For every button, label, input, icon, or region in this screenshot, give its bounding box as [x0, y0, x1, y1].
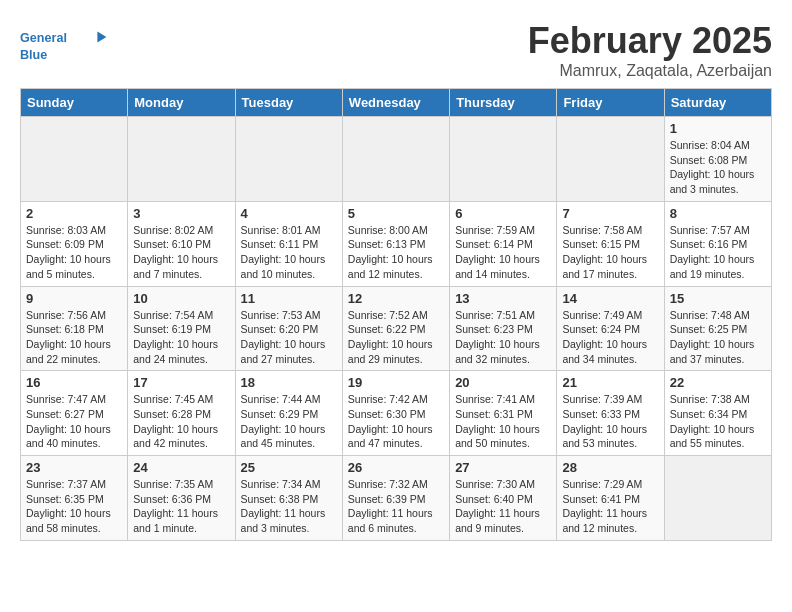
calendar-cell: 6Sunrise: 7:59 AM Sunset: 6:14 PM Daylig…	[450, 201, 557, 286]
calendar-cell: 13Sunrise: 7:51 AM Sunset: 6:23 PM Dayli…	[450, 286, 557, 371]
calendar-cell: 24Sunrise: 7:35 AM Sunset: 6:36 PM Dayli…	[128, 456, 235, 541]
calendar-cell: 23Sunrise: 7:37 AM Sunset: 6:35 PM Dayli…	[21, 456, 128, 541]
calendar-cell: 4Sunrise: 8:01 AM Sunset: 6:11 PM Daylig…	[235, 201, 342, 286]
calendar-cell: 9Sunrise: 7:56 AM Sunset: 6:18 PM Daylig…	[21, 286, 128, 371]
calendar-cell: 20Sunrise: 7:41 AM Sunset: 6:31 PM Dayli…	[450, 371, 557, 456]
day-info: Sunrise: 7:52 AM Sunset: 6:22 PM Dayligh…	[348, 308, 444, 367]
day-info: Sunrise: 7:58 AM Sunset: 6:15 PM Dayligh…	[562, 223, 658, 282]
day-number: 18	[241, 375, 337, 390]
calendar-header-row: SundayMondayTuesdayWednesdayThursdayFrid…	[21, 89, 772, 117]
calendar-cell: 26Sunrise: 7:32 AM Sunset: 6:39 PM Dayli…	[342, 456, 449, 541]
calendar-cell: 17Sunrise: 7:45 AM Sunset: 6:28 PM Dayli…	[128, 371, 235, 456]
calendar-cell	[342, 117, 449, 202]
calendar-cell: 27Sunrise: 7:30 AM Sunset: 6:40 PM Dayli…	[450, 456, 557, 541]
svg-marker-1	[97, 32, 106, 43]
day-number: 6	[455, 206, 551, 221]
day-number: 1	[670, 121, 766, 136]
day-info: Sunrise: 8:03 AM Sunset: 6:09 PM Dayligh…	[26, 223, 122, 282]
calendar-cell	[450, 117, 557, 202]
calendar-cell: 18Sunrise: 7:44 AM Sunset: 6:29 PM Dayli…	[235, 371, 342, 456]
day-info: Sunrise: 7:54 AM Sunset: 6:19 PM Dayligh…	[133, 308, 229, 367]
day-number: 9	[26, 291, 122, 306]
day-info: Sunrise: 7:35 AM Sunset: 6:36 PM Dayligh…	[133, 477, 229, 536]
day-number: 2	[26, 206, 122, 221]
calendar-cell: 3Sunrise: 8:02 AM Sunset: 6:10 PM Daylig…	[128, 201, 235, 286]
day-info: Sunrise: 7:45 AM Sunset: 6:28 PM Dayligh…	[133, 392, 229, 451]
day-info: Sunrise: 7:30 AM Sunset: 6:40 PM Dayligh…	[455, 477, 551, 536]
page-subtitle: Mamrux, Zaqatala, Azerbaijan	[528, 62, 772, 80]
day-number: 17	[133, 375, 229, 390]
calendar-cell: 11Sunrise: 7:53 AM Sunset: 6:20 PM Dayli…	[235, 286, 342, 371]
day-number: 21	[562, 375, 658, 390]
day-number: 7	[562, 206, 658, 221]
day-info: Sunrise: 8:00 AM Sunset: 6:13 PM Dayligh…	[348, 223, 444, 282]
calendar-cell: 10Sunrise: 7:54 AM Sunset: 6:19 PM Dayli…	[128, 286, 235, 371]
day-info: Sunrise: 7:59 AM Sunset: 6:14 PM Dayligh…	[455, 223, 551, 282]
title-section: February 2025 Mamrux, Zaqatala, Azerbaij…	[528, 20, 772, 80]
day-info: Sunrise: 7:38 AM Sunset: 6:34 PM Dayligh…	[670, 392, 766, 451]
day-info: Sunrise: 7:57 AM Sunset: 6:16 PM Dayligh…	[670, 223, 766, 282]
day-number: 12	[348, 291, 444, 306]
calendar-cell	[21, 117, 128, 202]
calendar-week-5: 23Sunrise: 7:37 AM Sunset: 6:35 PM Dayli…	[21, 456, 772, 541]
calendar-table: SundayMondayTuesdayWednesdayThursdayFrid…	[20, 88, 772, 541]
day-number: 27	[455, 460, 551, 475]
day-number: 14	[562, 291, 658, 306]
day-number: 28	[562, 460, 658, 475]
day-number: 11	[241, 291, 337, 306]
day-info: Sunrise: 7:29 AM Sunset: 6:41 PM Dayligh…	[562, 477, 658, 536]
day-number: 5	[348, 206, 444, 221]
calendar-cell: 22Sunrise: 7:38 AM Sunset: 6:34 PM Dayli…	[664, 371, 771, 456]
day-info: Sunrise: 7:47 AM Sunset: 6:27 PM Dayligh…	[26, 392, 122, 451]
svg-text:General: General	[20, 31, 67, 45]
day-info: Sunrise: 7:32 AM Sunset: 6:39 PM Dayligh…	[348, 477, 444, 536]
calendar-cell: 15Sunrise: 7:48 AM Sunset: 6:25 PM Dayli…	[664, 286, 771, 371]
day-info: Sunrise: 7:48 AM Sunset: 6:25 PM Dayligh…	[670, 308, 766, 367]
day-info: Sunrise: 8:04 AM Sunset: 6:08 PM Dayligh…	[670, 138, 766, 197]
calendar-cell	[664, 456, 771, 541]
day-info: Sunrise: 7:44 AM Sunset: 6:29 PM Dayligh…	[241, 392, 337, 451]
day-info: Sunrise: 7:37 AM Sunset: 6:35 PM Dayligh…	[26, 477, 122, 536]
day-info: Sunrise: 7:49 AM Sunset: 6:24 PM Dayligh…	[562, 308, 658, 367]
day-info: Sunrise: 7:51 AM Sunset: 6:23 PM Dayligh…	[455, 308, 551, 367]
day-info: Sunrise: 7:56 AM Sunset: 6:18 PM Dayligh…	[26, 308, 122, 367]
calendar-cell: 12Sunrise: 7:52 AM Sunset: 6:22 PM Dayli…	[342, 286, 449, 371]
day-number: 22	[670, 375, 766, 390]
weekday-header-saturday: Saturday	[664, 89, 771, 117]
day-number: 4	[241, 206, 337, 221]
day-number: 24	[133, 460, 229, 475]
calendar-week-2: 2Sunrise: 8:03 AM Sunset: 6:09 PM Daylig…	[21, 201, 772, 286]
calendar-cell: 8Sunrise: 7:57 AM Sunset: 6:16 PM Daylig…	[664, 201, 771, 286]
calendar-week-4: 16Sunrise: 7:47 AM Sunset: 6:27 PM Dayli…	[21, 371, 772, 456]
calendar-cell: 7Sunrise: 7:58 AM Sunset: 6:15 PM Daylig…	[557, 201, 664, 286]
day-number: 26	[348, 460, 444, 475]
day-number: 3	[133, 206, 229, 221]
calendar-cell: 5Sunrise: 8:00 AM Sunset: 6:13 PM Daylig…	[342, 201, 449, 286]
weekday-header-tuesday: Tuesday	[235, 89, 342, 117]
logo-svg: General Blue	[20, 24, 110, 68]
calendar-week-1: 1Sunrise: 8:04 AM Sunset: 6:08 PM Daylig…	[21, 117, 772, 202]
day-info: Sunrise: 7:41 AM Sunset: 6:31 PM Dayligh…	[455, 392, 551, 451]
calendar-cell: 2Sunrise: 8:03 AM Sunset: 6:09 PM Daylig…	[21, 201, 128, 286]
calendar-cell: 14Sunrise: 7:49 AM Sunset: 6:24 PM Dayli…	[557, 286, 664, 371]
day-info: Sunrise: 7:53 AM Sunset: 6:20 PM Dayligh…	[241, 308, 337, 367]
calendar-cell	[235, 117, 342, 202]
page-header: General Blue February 2025 Mamrux, Zaqat…	[20, 20, 772, 80]
day-number: 8	[670, 206, 766, 221]
calendar-cell	[128, 117, 235, 202]
calendar-cell: 19Sunrise: 7:42 AM Sunset: 6:30 PM Dayli…	[342, 371, 449, 456]
day-info: Sunrise: 7:34 AM Sunset: 6:38 PM Dayligh…	[241, 477, 337, 536]
calendar-cell: 21Sunrise: 7:39 AM Sunset: 6:33 PM Dayli…	[557, 371, 664, 456]
day-number: 23	[26, 460, 122, 475]
weekday-header-monday: Monday	[128, 89, 235, 117]
weekday-header-sunday: Sunday	[21, 89, 128, 117]
day-number: 13	[455, 291, 551, 306]
calendar-cell: 16Sunrise: 7:47 AM Sunset: 6:27 PM Dayli…	[21, 371, 128, 456]
day-info: Sunrise: 8:01 AM Sunset: 6:11 PM Dayligh…	[241, 223, 337, 282]
logo: General Blue	[20, 24, 110, 68]
day-info: Sunrise: 7:42 AM Sunset: 6:30 PM Dayligh…	[348, 392, 444, 451]
day-number: 15	[670, 291, 766, 306]
day-number: 19	[348, 375, 444, 390]
day-info: Sunrise: 8:02 AM Sunset: 6:10 PM Dayligh…	[133, 223, 229, 282]
day-info: Sunrise: 7:39 AM Sunset: 6:33 PM Dayligh…	[562, 392, 658, 451]
